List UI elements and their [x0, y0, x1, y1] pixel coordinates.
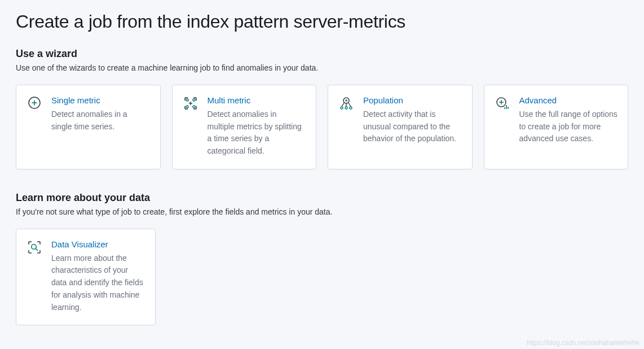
- wizard-description: Use one of the wizards to create a machi…: [16, 63, 628, 72]
- card-title: Data Visualizer: [51, 239, 145, 249]
- card-desc: Detect anomalies in multiple metrics by …: [208, 108, 306, 158]
- svg-point-3: [186, 99, 188, 101]
- svg-point-5: [186, 106, 188, 108]
- card-desc: Detect anomalies in a single time series…: [51, 108, 150, 133]
- advanced-card[interactable]: Advanced Use the full range of options t…: [484, 85, 629, 169]
- svg-line-13: [349, 103, 351, 107]
- watermark: https://blog.csdn.net/xixihahalelehehe: [527, 339, 639, 347]
- card-title: Multi metric: [208, 95, 306, 105]
- card-desc: Use the full range of options to create …: [519, 108, 618, 145]
- svg-point-16: [345, 107, 347, 109]
- card-title: Advanced: [519, 95, 618, 105]
- population-icon: [338, 95, 354, 111]
- advanced-icon: [495, 95, 510, 111]
- data-visualizer-card[interactable]: Data Visualizer Learn more about the cha…: [16, 229, 156, 325]
- wizard-heading: Use a wizard: [16, 48, 628, 60]
- svg-point-4: [193, 99, 195, 101]
- card-desc: Detect activity that is unusual compared…: [363, 108, 462, 145]
- svg-point-6: [193, 106, 195, 108]
- svg-line-12: [342, 103, 344, 107]
- single-metric-card[interactable]: Single metric Detect anomalies in a sing…: [16, 85, 161, 169]
- page-title: Create a job from the index pattern serv…: [16, 11, 628, 32]
- learn-heading: Learn more about your data: [16, 192, 628, 204]
- single-metric-icon: [27, 95, 42, 111]
- wizard-cards: Single metric Detect anomalies in a sing…: [16, 85, 628, 169]
- population-card[interactable]: Population Detect activity that is unusu…: [328, 85, 473, 169]
- learn-description: If you're not sure what type of job to c…: [16, 207, 628, 216]
- svg-point-24: [32, 245, 36, 249]
- multi-metric-card[interactable]: Multi metric Detect anomalies in multipl…: [172, 85, 317, 169]
- svg-point-17: [350, 107, 352, 109]
- svg-line-25: [36, 248, 38, 251]
- svg-point-15: [341, 107, 343, 109]
- card-title: Population: [363, 95, 462, 105]
- card-desc: Learn more about the characteristics of …: [51, 252, 145, 313]
- card-title: Single metric: [51, 95, 150, 105]
- data-visualizer-icon: [27, 239, 42, 255]
- multi-metric-icon: [183, 95, 199, 111]
